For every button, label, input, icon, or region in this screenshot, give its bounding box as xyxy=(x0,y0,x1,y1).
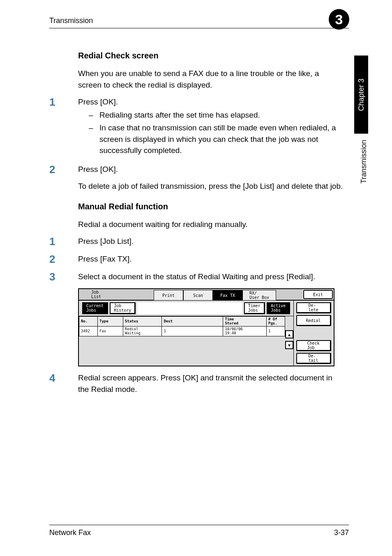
joblist-label: JobList xyxy=(79,289,113,300)
step-1-sub-1: Redialing starts after the set time has … xyxy=(78,109,344,121)
header-rule xyxy=(49,28,349,28)
col-no: No. xyxy=(79,317,98,327)
embedded-screenshot: JobList Print Scan Fax TX RX/User Box Ex… xyxy=(78,288,344,366)
step-3-number: 1 xyxy=(49,236,78,248)
col-type: Type xyxy=(98,317,123,327)
step-6-text: Redial screen appears. Press [OK] and tr… xyxy=(78,372,344,395)
intro-paragraph-1: When you are unable to send a FAX due to… xyxy=(49,68,344,90)
arrow-down-icon: ▼ xyxy=(288,343,291,348)
exit-button[interactable]: Exit xyxy=(303,290,333,299)
scroll-up-button[interactable]: ▲ xyxy=(285,330,293,338)
step-2-extra: To delete a job of failed transmission, … xyxy=(78,181,344,192)
step-5-number: 3 xyxy=(49,271,78,283)
scroll-down-button[interactable]: ▼ xyxy=(285,341,293,349)
footer-rule xyxy=(49,525,349,526)
redial-button[interactable]: Redial xyxy=(296,315,331,326)
subtab-current-jobs[interactable]: CurrentJobs xyxy=(82,302,108,314)
cell-type: Fax xyxy=(98,327,123,336)
tab-rx-user-box[interactable]: RX/User Box xyxy=(242,290,276,301)
table-row[interactable]: 3492 Fax RedialWaiting 1 10/06/0619:48 1 xyxy=(79,327,285,336)
running-head: Transmission xyxy=(49,16,93,25)
step-5: 3 Select a document in the status of Red… xyxy=(49,271,344,283)
step-1-number: 1 xyxy=(49,96,78,158)
step-4: 2 Press [Fax TX]. xyxy=(49,253,344,265)
col-dest: Dest xyxy=(162,317,223,327)
cell-time: 10/06/0619:48 xyxy=(223,327,267,336)
chapter-badge: 3 xyxy=(329,9,349,30)
col-status: Status xyxy=(123,317,162,327)
step-2-number: 2 xyxy=(49,164,78,192)
subtab-timer-jobs[interactable]: TimerJobs xyxy=(244,302,265,314)
footer-left: Network Fax xyxy=(49,528,91,537)
cell-dest: 1 xyxy=(162,327,223,336)
subtab-active-jobs[interactable]: ActiveJobs xyxy=(267,302,290,314)
step-1-text: Press [OK]. xyxy=(78,96,344,108)
cell-status: RedialWaiting xyxy=(123,327,162,336)
cell-pages: 1 xyxy=(267,327,285,336)
side-tab-chapter: Chapter 3 xyxy=(354,56,368,134)
step-4-number: 2 xyxy=(49,253,78,265)
heading-manual-redial: Manual Redial function xyxy=(49,202,344,211)
step-2-text: Press [OK]. xyxy=(78,164,344,175)
check-job-button[interactable]: CheckJob xyxy=(296,340,331,351)
heading-redial-check: Redial Check screen xyxy=(49,51,344,60)
col-time-stored: TimeStored xyxy=(223,317,267,327)
step-1: 1 Press [OK]. Redialing starts after the… xyxy=(49,96,344,158)
tab-fax-tx[interactable]: Fax TX xyxy=(213,290,242,301)
footer-right: 3-37 xyxy=(334,528,349,537)
step-5-text: Select a document in the status of Redia… xyxy=(78,271,344,283)
step-2: 2 Press [OK]. To delete a job of failed … xyxy=(49,164,344,192)
delete-button[interactable]: De-lete xyxy=(296,302,331,313)
step-1-sub-2: In case that no transmission can still b… xyxy=(78,122,344,156)
intro-paragraph-2: Redial a document waiting for redialing … xyxy=(49,219,344,230)
tab-print[interactable]: Print xyxy=(154,290,183,301)
subtab-spacer xyxy=(137,302,242,314)
subtab-job-history[interactable]: JobHistory xyxy=(110,302,136,314)
step-6: 4 Redial screen appears. Press [OK] and … xyxy=(49,372,344,395)
col-pages: # OfPgs. xyxy=(267,317,285,327)
step-3: 1 Press [Job List]. xyxy=(49,236,344,248)
arrow-up-icon: ▲ xyxy=(288,332,291,337)
detail-button[interactable]: De-tail xyxy=(296,353,331,364)
step-6-number: 4 xyxy=(49,372,78,395)
tab-scan[interactable]: Scan xyxy=(183,290,213,301)
cell-no: 3492 xyxy=(79,327,98,336)
step-4-text: Press [Fax TX]. xyxy=(78,253,344,265)
step-3-text: Press [Job List]. xyxy=(78,236,344,248)
side-tab-section: Transmission xyxy=(360,140,368,183)
job-table: No. Type Status Dest TimeStored # OfPgs.… xyxy=(79,316,285,336)
